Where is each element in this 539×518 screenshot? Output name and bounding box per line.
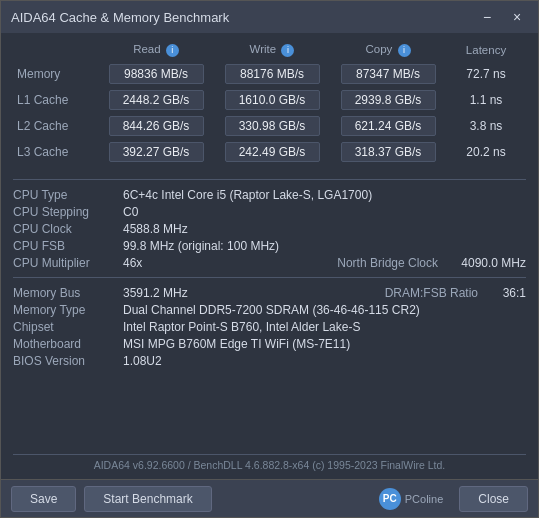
header-latency: Latency	[446, 41, 526, 61]
main-window: AIDA64 Cache & Memory Benchmark − × Read…	[0, 0, 539, 518]
latency-value: 1.1 ns	[446, 87, 526, 113]
cpu-info-section: CPU Type 6C+4c Intel Core i5 (Raptor Lak…	[13, 186, 526, 450]
memory-bus-label: Memory Bus	[13, 286, 123, 300]
write-value: 88176 MB/s	[225, 64, 320, 84]
chipset-label: Chipset	[13, 320, 123, 334]
table-row: L2 Cache 844.26 GB/s 330.98 GB/s 621.24 …	[13, 113, 526, 139]
cpu-stepping-value: C0	[123, 205, 526, 219]
copy-value: 87347 MB/s	[341, 64, 436, 84]
bottom-bar: Save Start Benchmark PC PColine Close	[1, 479, 538, 517]
cpu-type-value: 6C+4c Intel Core i5 (Raptor Lake-S, LGA1…	[123, 188, 526, 202]
write-value-cell: 88176 MB/s	[214, 61, 330, 87]
memory-bus-value: 3591.2 MHz	[123, 286, 385, 300]
minimize-button[interactable]: −	[476, 6, 498, 28]
chipset-row: Chipset Intel Raptor Point-S B760, Intel…	[13, 318, 526, 335]
dram-fsb-value: 36:1	[486, 286, 526, 300]
copy-value-cell: 2939.8 GB/s	[330, 87, 446, 113]
window-controls: − ×	[476, 6, 528, 28]
close-button[interactable]: ×	[506, 6, 528, 28]
cpu-multiplier-label: CPU Multiplier	[13, 256, 123, 270]
read-value-cell: 392.27 GB/s	[98, 139, 214, 165]
cpu-multiplier-value: 46x	[123, 256, 337, 270]
dram-fsb-label: DRAM:FSB Ratio	[385, 286, 478, 300]
titlebar: AIDA64 Cache & Memory Benchmark − ×	[1, 1, 538, 33]
close-bottom-button[interactable]: Close	[459, 486, 528, 512]
table-row: L3 Cache 392.27 GB/s 242.49 GB/s 318.37 …	[13, 139, 526, 165]
north-bridge-label: North Bridge Clock	[337, 256, 438, 270]
write-value-cell: 330.98 GB/s	[214, 113, 330, 139]
row-label: L1 Cache	[13, 87, 98, 113]
divider-2	[13, 277, 526, 278]
save-button[interactable]: Save	[11, 486, 76, 512]
cpu-multiplier-row: CPU Multiplier 46x North Bridge Clock 40…	[13, 254, 526, 271]
cpu-stepping-row: CPU Stepping C0	[13, 203, 526, 220]
table-row: L1 Cache 2448.2 GB/s 1610.0 GB/s 2939.8 …	[13, 87, 526, 113]
read-value: 98836 MB/s	[109, 64, 204, 84]
bios-label: BIOS Version	[13, 354, 123, 368]
window-title: AIDA64 Cache & Memory Benchmark	[11, 10, 476, 25]
copy-value: 318.37 GB/s	[341, 142, 436, 162]
copy-info-icon[interactable]: i	[398, 44, 411, 57]
write-value-cell: 242.49 GB/s	[214, 139, 330, 165]
north-bridge-value: 4090.0 MHz	[446, 256, 526, 270]
header-copy: Copy i	[330, 41, 446, 61]
row-label: Memory	[13, 61, 98, 87]
cpu-fsb-label: CPU FSB	[13, 239, 123, 253]
benchmark-table: Read i Write i Copy i Latency Memory	[13, 41, 526, 165]
cpu-type-label: CPU Type	[13, 188, 123, 202]
write-value-cell: 1610.0 GB/s	[214, 87, 330, 113]
write-value: 1610.0 GB/s	[225, 90, 320, 110]
read-value-cell: 98836 MB/s	[98, 61, 214, 87]
footer-text: AIDA64 v6.92.6600 / BenchDLL 4.6.882.8-x…	[13, 454, 526, 473]
read-value: 392.27 GB/s	[109, 142, 204, 162]
row-label: L2 Cache	[13, 113, 98, 139]
copy-value-cell: 318.37 GB/s	[330, 139, 446, 165]
latency-value: 72.7 ns	[446, 61, 526, 87]
read-value: 844.26 GB/s	[109, 116, 204, 136]
memory-type-row: Memory Type Dual Channel DDR5-7200 SDRAM…	[13, 301, 526, 318]
header-read: Read i	[98, 41, 214, 61]
pcoline-icon: PC	[379, 488, 401, 510]
motherboard-label: Motherboard	[13, 337, 123, 351]
cpu-multiplier-pair: 46x North Bridge Clock 4090.0 MHz	[123, 256, 526, 270]
latency-value: 3.8 ns	[446, 113, 526, 139]
header-write: Write i	[214, 41, 330, 61]
read-value-cell: 2448.2 GB/s	[98, 87, 214, 113]
cpu-clock-row: CPU Clock 4588.8 MHz	[13, 220, 526, 237]
main-content: Read i Write i Copy i Latency Memory	[1, 33, 538, 479]
copy-value-cell: 621.24 GB/s	[330, 113, 446, 139]
start-benchmark-button[interactable]: Start Benchmark	[84, 486, 211, 512]
cpu-clock-label: CPU Clock	[13, 222, 123, 236]
chipset-value: Intel Raptor Point-S B760, Intel Alder L…	[123, 320, 526, 334]
copy-value-cell: 87347 MB/s	[330, 61, 446, 87]
memory-bus-row: Memory Bus 3591.2 MHz DRAM:FSB Ratio 36:…	[13, 284, 526, 301]
row-label: L3 Cache	[13, 139, 98, 165]
cpu-clock-value: 4588.8 MHz	[123, 222, 526, 236]
cpu-type-row: CPU Type 6C+4c Intel Core i5 (Raptor Lak…	[13, 186, 526, 203]
read-info-icon[interactable]: i	[166, 44, 179, 57]
motherboard-row: Motherboard MSI MPG B760M Edge TI WiFi (…	[13, 335, 526, 352]
cpu-stepping-label: CPU Stepping	[13, 205, 123, 219]
write-value: 242.49 GB/s	[225, 142, 320, 162]
write-value: 330.98 GB/s	[225, 116, 320, 136]
memory-bus-pair: 3591.2 MHz DRAM:FSB Ratio 36:1	[123, 286, 526, 300]
table-row: Memory 98836 MB/s 88176 MB/s 87347 MB/s …	[13, 61, 526, 87]
read-value-cell: 844.26 GB/s	[98, 113, 214, 139]
memory-type-value: Dual Channel DDR5-7200 SDRAM (36-46-46-1…	[123, 303, 526, 317]
pcoline-text: PColine	[405, 493, 444, 505]
copy-value: 2939.8 GB/s	[341, 90, 436, 110]
write-info-icon[interactable]: i	[281, 44, 294, 57]
pcoline-logo: PC PColine	[379, 488, 444, 510]
cpu-fsb-row: CPU FSB 99.8 MHz (original: 100 MHz)	[13, 237, 526, 254]
divider-1	[13, 179, 526, 180]
memory-type-label: Memory Type	[13, 303, 123, 317]
copy-value: 621.24 GB/s	[341, 116, 436, 136]
bios-row: BIOS Version 1.08U2	[13, 352, 526, 369]
bios-value: 1.08U2	[123, 354, 526, 368]
motherboard-value: MSI MPG B760M Edge TI WiFi (MS-7E11)	[123, 337, 526, 351]
cpu-fsb-value: 99.8 MHz (original: 100 MHz)	[123, 239, 526, 253]
read-value: 2448.2 GB/s	[109, 90, 204, 110]
latency-value: 20.2 ns	[446, 139, 526, 165]
